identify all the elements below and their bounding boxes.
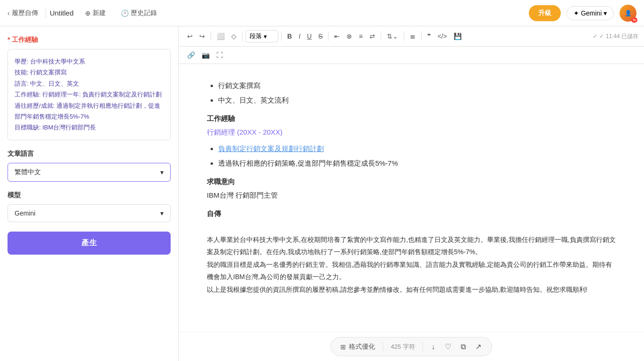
blockquote-button[interactable]: ❞ [424,31,434,42]
link-button[interactable]: 🔗 [184,49,198,61]
gemini-button[interactable]: ✦ Gemini ▾ [566,6,614,20]
save-status: ✓ ✓ 11:44 已儲存 [593,32,638,40]
nav-untitled: Untitled [50,9,74,17]
upgrade-button[interactable]: 升級 [529,5,561,21]
clear-format-button[interactable]: ◇ [228,31,239,42]
table-button[interactable]: ⛶ [213,49,226,61]
bottom-sep-1 [383,343,383,351]
grid-icon: ⊞ [340,343,346,351]
bio-heading: 自傳 [207,207,616,220]
model-label: 模型 [8,191,171,200]
chevron-down-icon: ▾ [264,33,267,40]
main-layout: * 工作經驗 學歷: 台中科技大學中文系 技能: 行銷文案撰寫 語言: 中文、日… [0,26,644,361]
left-panel: * 工作經驗 學歷: 台中科技大學中文系 技能: 行銷文案撰寫 語言: 中文、日… [0,26,179,361]
work-exp-line-2: 技能: 行銷文案撰寫 [15,67,164,78]
work-exp-line-6: 目標職缺: IBM台灣行銷部門長 [15,122,164,133]
paragraph-label: 段落 [250,32,262,40]
chevron-down-icon: ▾ [604,9,607,17]
align-center-button[interactable]: ⊗ [344,31,355,42]
generate-button[interactable]: 產生 [8,232,171,255]
ordered-list-button[interactable]: ≡ [356,31,365,42]
skill-item-1: 行銷文案撰寫 [218,79,616,92]
toolbar-sep-7 [421,32,422,41]
job-title: 行銷經理 (20XX - 20XX) [207,126,616,138]
work-exp-line-3: 語言: 中文、日文、英文 [15,78,164,89]
text-align-button[interactable]: ≣ [407,31,418,42]
job-bullets: 負責制定行銷文案及規劃行銷計劃 透過執行相應的行銷策略,促進部門年銷售穩定成長5… [218,142,616,169]
italic-button[interactable]: I [296,31,303,42]
toolbar-sep-2 [242,32,243,41]
underline-button[interactable]: U [304,31,314,42]
bold-button[interactable]: B [284,31,295,42]
unordered-list-button[interactable]: ⇄ [367,31,378,42]
language-select[interactable]: 繁體中文 ▾ [8,163,171,182]
work-exp-line-5: 過往經歷/成就: 通過制定并執行相應地行銷計劃，促進部門年銷售穩定增長5%-7% [15,100,164,122]
chevron-down-icon: ▾ [160,168,164,176]
plus-circle-icon: ⊕ [85,9,91,17]
bottom-toolbar: ⊞ 格式優化 425 字符 ↓ ♡ ⧉ ↗ [330,337,492,356]
toolbar-row2: 🔗 📷 ⛶ [179,47,644,64]
job-bullet-1: 負責制定行銷文案及規劃行銷計劃 [218,142,616,155]
work-exp-box[interactable]: 學歷: 台中科技大學中文系 技能: 行銷文案撰寫 語言: 中文、日文、英文 工作… [8,49,171,140]
export-button[interactable]: ↗ [474,341,482,352]
model-value: Gemini [15,209,35,217]
job-intent-heading: 求職意向 [207,175,616,188]
format-optimize-button[interactable]: ⊞ 格式優化 [340,343,375,351]
work-exp-line-4: 工作經驗: 行銷經理一年: 負責行銷文案制定及行銷計劃 [15,89,164,100]
undo-button[interactable]: ↩ [184,31,196,42]
job-bullet-2: 透過執行相應的行銷策略,促進部門年銷售穩定成長5%-7% [218,157,616,169]
format-button[interactable]: ⬜ [214,31,228,42]
char-count: 425 字符 [391,343,415,351]
skill-item-2: 中文、日文、英文流利 [218,94,616,106]
work-exp-label: * 工作經驗 [8,36,171,44]
save-time: ✓ 11:44 已儲存 [599,32,638,40]
paragraph-select[interactable]: 段落 ▾ [245,30,278,42]
toolbar-sep-5 [381,32,381,41]
editor-content[interactable]: 行銷文案撰寫 中文、日文、英文流利 工作經驗 行銷經理 (20XX - 20XX… [179,64,644,332]
copy-button[interactable]: ⧉ [460,342,467,352]
clock-icon: 🕑 [121,9,129,17]
nav-title: 履歷自傳 [12,9,38,17]
download-button[interactable]: ↓ [431,342,436,352]
work-exp-line-1: 學歷: 台中科技大學中文系 [15,56,164,67]
back-arrow-icon: ‹ [8,9,10,17]
history-button[interactable]: 🕑 歷史記錄 [117,7,161,19]
checkmark-icon: ✓ [593,33,597,40]
right-panel: ↩ ↪ ⬜ ◇ 段落 ▾ B I U S ⇤ ⊗ ≡ ⇄ ⇅⌄ ≣ ❞ [179,26,644,361]
skills-list: 行銷文案撰寫 中文、日文、英文流利 [218,79,616,106]
article-lang-label: 文章語言 [8,150,171,158]
model-select[interactable]: Gemini ▾ [8,204,171,222]
editor-bottom-bar: ⊞ 格式優化 425 字符 ↓ ♡ ⧉ ↗ [179,332,644,361]
toolbar-row1: ↩ ↪ ⬜ ◇ 段落 ▾ B I U S ⇤ ⊗ ≡ ⇄ ⇅⌄ ≣ ❞ [179,26,644,47]
language-value: 繁體中文 [15,168,41,176]
toolbar-sep-1 [211,32,211,41]
top-nav: ‹ 履歷自傳 Untitled ⊕ 新建 🕑 歷史記錄 升級 ✦ Gemini … [0,0,644,26]
code-button[interactable]: </> [435,31,450,42]
image-button[interactable]: 📷 [199,49,212,61]
bottom-sep-2 [423,343,423,351]
toolbar-sep-3 [281,32,282,41]
line-height-button[interactable]: ⇅⌄ [384,31,401,42]
job-intent-value: IBM台灣 行銷部門主管 [207,189,616,201]
toolbar-sep-4 [328,32,329,41]
chevron-down-icon: ▾ [160,209,164,217]
toolbar-sep-6 [404,32,404,41]
sparkle-icon: ✦ [573,9,579,17]
strikethrough-button[interactable]: S [315,31,325,42]
avatar-badge: % [631,17,637,23]
nav-back-button[interactable]: ‹ 履歷自傳 [8,9,38,17]
save-button[interactable]: 💾 [451,31,464,42]
align-left-button[interactable]: ⇤ [331,31,343,42]
bio-text: 本人畢業於台中科技大學中文系,在校期間培養了紮實的中文寫作能力,也精進了日文及英… [207,221,616,296]
new-button[interactable]: ⊕ 新建 [81,7,110,19]
avatar[interactable]: 👤 % [620,5,636,22]
redo-button[interactable]: ↪ [196,31,208,42]
nav-divider [46,8,46,18]
like-button[interactable]: ♡ [444,341,452,352]
work-exp-heading: 工作經驗 [207,112,616,125]
